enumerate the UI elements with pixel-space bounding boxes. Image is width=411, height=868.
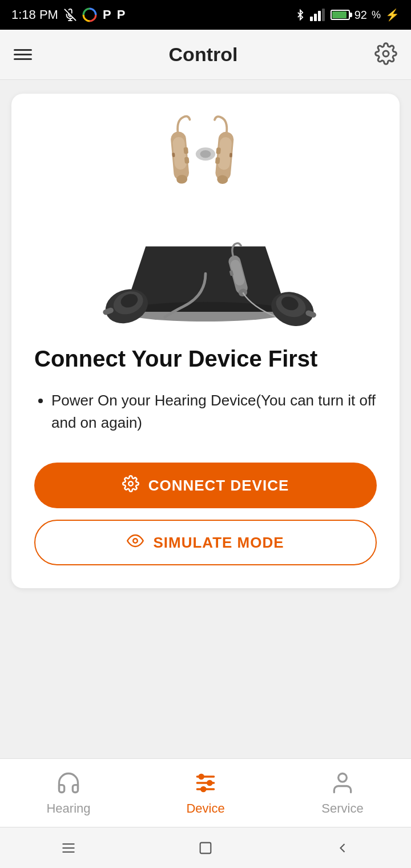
nav-item-device[interactable]: Device [137, 770, 274, 816]
time: 1:18 PM [11, 7, 58, 22]
hearing-device-illustration [74, 105, 337, 333]
status-bar: 1:18 PM P P 92% ⚡ [0, 0, 411, 30]
svg-rect-7 [322, 9, 325, 21]
svg-rect-20 [216, 147, 221, 154]
headphones-icon [56, 770, 81, 798]
device-image-area [11, 94, 400, 345]
svg-point-44 [202, 787, 206, 791]
bluetooth-icon [295, 9, 305, 21]
svg-point-8 [383, 51, 389, 57]
connect-device-card: Connect Your Device First Power On your … [11, 94, 400, 588]
svg-rect-16 [172, 152, 175, 157]
svg-rect-15 [184, 157, 190, 164]
sliders-icon [193, 770, 218, 798]
connect-gear-icon [122, 475, 139, 496]
battery-percent: 92 [354, 9, 367, 22]
hamburger-menu-button[interactable] [14, 49, 32, 60]
svg-point-43 [208, 781, 212, 785]
android-back-button[interactable] [325, 831, 360, 865]
signal-icon [310, 9, 326, 21]
svg-rect-14 [183, 147, 188, 154]
card-title: Connect Your Device First [34, 345, 377, 372]
svg-rect-5 [314, 14, 317, 21]
device-nav-label: Device [186, 801, 224, 816]
battery-icon [331, 10, 350, 20]
card-instructions: Power On your Hearing Device(You can tur… [34, 389, 377, 434]
svg-point-38 [134, 539, 138, 543]
service-nav-label: Service [321, 801, 363, 816]
svg-rect-49 [200, 842, 211, 853]
charging-icon: ⚡ [385, 8, 400, 22]
bottom-navigation: Hearing Device Service [0, 758, 411, 827]
person-icon [330, 770, 355, 798]
status-left: 1:18 PM P P [11, 7, 125, 22]
page-title: Control [169, 43, 238, 66]
svg-rect-21 [215, 157, 220, 164]
nav-item-hearing[interactable]: Hearing [0, 770, 137, 816]
svg-rect-6 [318, 11, 321, 21]
settings-button[interactable] [374, 42, 397, 67]
app-icon-2: P [103, 7, 111, 22]
svg-point-45 [339, 773, 347, 782]
status-right: 92% ⚡ [295, 8, 400, 22]
simulate-button-label: SIMULATE MODE [153, 534, 284, 552]
app-icon-1 [82, 7, 97, 22]
nav-item-service[interactable]: Service [274, 770, 411, 816]
android-menu-button[interactable] [51, 831, 86, 865]
connect-button-label: CONNECT DEVICE [148, 477, 289, 495]
svg-rect-4 [310, 17, 313, 21]
svg-rect-22 [229, 153, 232, 158]
hearing-nav-label: Hearing [46, 801, 90, 816]
mute-icon [64, 9, 76, 21]
svg-point-36 [200, 150, 211, 158]
card-text: Connect Your Device First Power On your … [11, 345, 400, 565]
eye-icon [127, 532, 144, 553]
svg-point-42 [199, 774, 203, 778]
connect-device-button[interactable]: CONNECT DEVICE [34, 463, 377, 508]
main-content: Connect Your Device First Power On your … [0, 80, 411, 758]
simulate-mode-button[interactable]: SIMULATE MODE [34, 520, 377, 565]
gear-icon [374, 42, 397, 65]
app-icon-3: P [117, 7, 126, 22]
instruction-item-1: Power On your Hearing Device(You can tur… [51, 389, 377, 434]
android-home-button[interactable] [188, 831, 223, 865]
svg-point-37 [128, 481, 133, 486]
android-nav-bar [0, 827, 411, 868]
top-nav: Control [0, 30, 411, 80]
